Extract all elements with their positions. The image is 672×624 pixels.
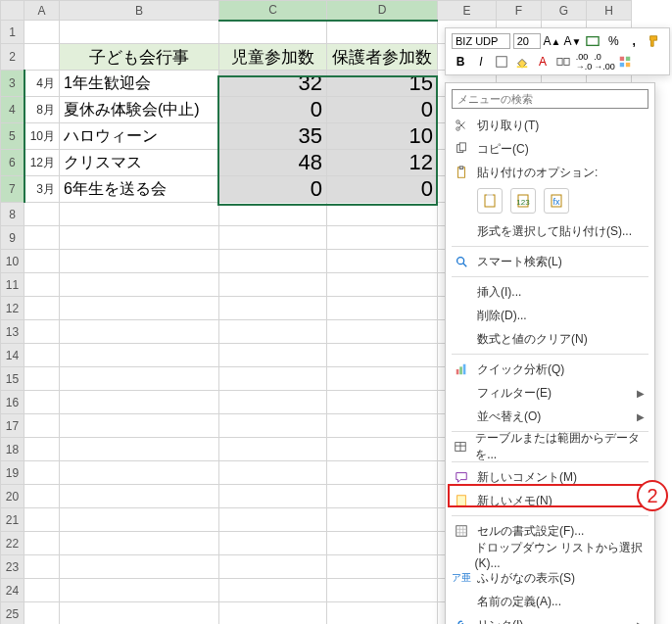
cell-A3[interactable]: 4月 xyxy=(24,71,60,97)
cell-D17[interactable] xyxy=(327,414,438,438)
cell-B11[interactable] xyxy=(60,273,219,297)
col-header-A[interactable]: A xyxy=(24,1,60,21)
row-header-14[interactable]: 14 xyxy=(1,344,24,367)
font-size-selector[interactable]: 20 xyxy=(513,33,541,49)
row-header-18[interactable]: 18 xyxy=(1,438,24,461)
cell-B9[interactable] xyxy=(60,226,219,250)
cell-A17[interactable] xyxy=(24,414,60,438)
menu-new-note[interactable]: 新しいメモ(N) xyxy=(446,489,654,512)
cell-B10[interactable] xyxy=(60,250,219,273)
cell-C15[interactable] xyxy=(219,367,327,391)
cell-C13[interactable] xyxy=(219,320,327,344)
menu-delete[interactable]: 削除(D)... xyxy=(446,304,654,327)
cell-A12[interactable] xyxy=(24,297,60,320)
font-color-icon[interactable]: A xyxy=(534,53,552,71)
menu-search-input[interactable] xyxy=(452,89,648,109)
cell-C25[interactable] xyxy=(219,602,327,625)
cell-B18[interactable] xyxy=(60,438,219,461)
cell-A1[interactable] xyxy=(24,21,60,44)
row-header-19[interactable]: 19 xyxy=(1,461,24,485)
row-header-21[interactable]: 21 xyxy=(1,508,24,532)
cell-C2[interactable]: 児童参加数 xyxy=(219,44,327,71)
bold-icon[interactable]: B xyxy=(452,53,469,71)
cell-A22[interactable] xyxy=(24,532,60,555)
cell-A10[interactable] xyxy=(24,250,60,273)
cell-D16[interactable] xyxy=(327,391,438,414)
paste-option-values[interactable]: 123 xyxy=(510,188,536,214)
percent-icon[interactable]: % xyxy=(604,32,622,50)
cell-A23[interactable] xyxy=(24,555,60,579)
cell-A15[interactable] xyxy=(24,367,60,391)
cell-A7[interactable]: 3月 xyxy=(24,176,60,203)
menu-search[interactable] xyxy=(452,89,648,109)
cell-A5[interactable]: 10月 xyxy=(24,123,60,150)
cell-C7[interactable]: 0 xyxy=(219,176,327,203)
menu-paste-special[interactable]: 形式を選択して貼り付け(S)... xyxy=(446,219,654,243)
row-header-20[interactable]: 20 xyxy=(1,485,24,508)
row-header-22[interactable]: 22 xyxy=(1,532,24,555)
increase-font-icon[interactable]: A▲ xyxy=(544,32,561,50)
cell-A8[interactable] xyxy=(24,203,60,226)
cell-A9[interactable] xyxy=(24,226,60,250)
cell-B1[interactable] xyxy=(60,21,219,44)
row-header-4[interactable]: 4 xyxy=(1,97,24,123)
cell-D2[interactable]: 保護者参加数 xyxy=(327,44,438,71)
border-icon[interactable] xyxy=(493,53,510,71)
cell-C10[interactable] xyxy=(219,250,327,273)
menu-sort[interactable]: 並べ替え(O) ▶ xyxy=(446,405,654,428)
menu-link[interactable]: リンク(I) ▶ xyxy=(446,613,654,624)
font-selector[interactable]: BIZ UDP xyxy=(452,33,510,49)
cell-D15[interactable] xyxy=(327,367,438,391)
cell-C17[interactable] xyxy=(219,414,327,438)
cell-B5[interactable]: ハロウィーン xyxy=(60,123,219,150)
row-header-3[interactable]: 3 xyxy=(1,71,24,97)
cell-C1[interactable] xyxy=(219,21,327,44)
cell-A11[interactable] xyxy=(24,273,60,297)
cell-C3[interactable]: 32 xyxy=(219,71,327,97)
cell-B14[interactable] xyxy=(60,344,219,367)
cell-C9[interactable] xyxy=(219,226,327,250)
cell-B16[interactable] xyxy=(60,391,219,414)
cell-B4[interactable]: 夏休み体験会(中止) xyxy=(60,97,219,123)
cell-D24[interactable] xyxy=(327,579,438,602)
cell-B6[interactable]: クリスマス xyxy=(60,150,219,176)
cell-C14[interactable] xyxy=(219,344,327,367)
cell-C8[interactable] xyxy=(219,203,327,226)
cell-A16[interactable] xyxy=(24,391,60,414)
cell-A20[interactable] xyxy=(24,485,60,508)
row-header-17[interactable]: 17 xyxy=(1,414,24,438)
paste-option-default[interactable] xyxy=(477,188,503,214)
row-header-1[interactable]: 1 xyxy=(1,21,24,44)
row-header-13[interactable]: 13 xyxy=(1,320,24,344)
menu-table-range[interactable]: テーブルまたは範囲からデータを... xyxy=(446,435,654,458)
cell-A18[interactable] xyxy=(24,438,60,461)
cell-B20[interactable] xyxy=(60,485,219,508)
cell-B25[interactable] xyxy=(60,602,219,625)
row-header-24[interactable]: 24 xyxy=(1,579,24,602)
col-header-C[interactable]: C xyxy=(219,1,327,21)
cell-B7[interactable]: 6年生を送る会 xyxy=(60,176,219,203)
cell-C20[interactable] xyxy=(219,485,327,508)
col-header-G[interactable]: G xyxy=(542,1,587,21)
cell-A6[interactable]: 12月 xyxy=(24,150,60,176)
cell-C23[interactable] xyxy=(219,555,327,579)
cell-A2[interactable] xyxy=(24,44,60,71)
cell-B15[interactable] xyxy=(60,367,219,391)
cell-C21[interactable] xyxy=(219,508,327,532)
cell-C11[interactable] xyxy=(219,273,327,297)
row-header-11[interactable]: 11 xyxy=(1,273,24,297)
row-header-25[interactable]: 25 xyxy=(1,602,24,625)
col-header-F[interactable]: F xyxy=(497,1,542,21)
conditional-format-icon[interactable] xyxy=(616,53,634,71)
menu-smart-lookup[interactable]: スマート検索(L) xyxy=(446,250,654,273)
cell-C18[interactable] xyxy=(219,438,327,461)
cell-C6[interactable]: 48 xyxy=(219,150,327,176)
merge-icon[interactable] xyxy=(554,53,572,71)
cell-D7[interactable]: 0 xyxy=(327,176,438,203)
cell-D12[interactable] xyxy=(327,297,438,320)
col-header-E[interactable]: E xyxy=(438,1,497,21)
row-header-8[interactable]: 8 xyxy=(1,203,24,226)
menu-define-name[interactable]: 名前の定義(A)... xyxy=(446,590,654,613)
row-header-6[interactable]: 6 xyxy=(1,150,24,176)
cell-B3[interactable]: 1年生歓迎会 xyxy=(60,71,219,97)
